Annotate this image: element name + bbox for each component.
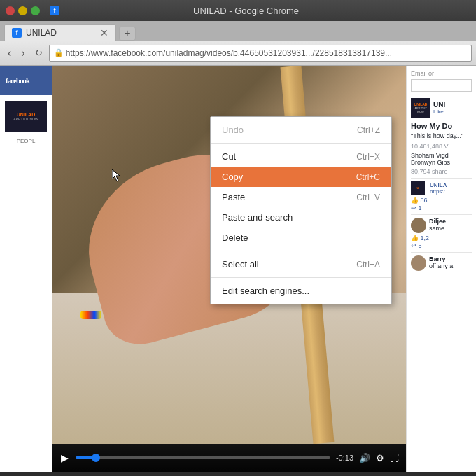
comment2-text: off any a [429, 262, 453, 271]
divider-2 [411, 214, 472, 215]
address-bar[interactable]: 🔒 https://www.facebook.com/uniladmag/vid… [49, 45, 472, 62]
ctx-delete-label: Delete [222, 232, 248, 243]
post-excerpt: "This is how day..." [411, 132, 472, 141]
comment2-name: Barry [429, 255, 453, 262]
share-count: ↩ 1 [411, 204, 472, 211]
comment1-text: same [429, 225, 446, 233]
url-text: https://www.facebook.com/uniladmag/video… [66, 48, 392, 58]
ctx-undo[interactable]: Undo Ctrl+Z [211, 120, 391, 140]
progress-thumb [92, 454, 100, 462]
divider-3 [411, 252, 472, 253]
unilad-link: https:/ [430, 188, 447, 195]
unilad-sidebar-badge: UNILAD APP OUT NOW [5, 101, 47, 132]
comment2-avatar [411, 255, 426, 271]
email-label: Email or [411, 70, 472, 77]
email-input[interactable] [411, 79, 472, 92]
ctx-copy-label: Copy [222, 172, 243, 182]
facebook-logo: facebook [0, 66, 52, 95]
comment1-replies: ↩ 5 [411, 242, 472, 249]
ctx-divider-3 [211, 277, 391, 278]
page-header: UNILADAPP OUT NOW UNI Like [411, 98, 472, 118]
ctx-cut-label: Cut [222, 151, 236, 162]
ctx-select-all-shortcut: Ctrl+A [356, 260, 380, 270]
titlebar-favicon: f [50, 6, 59, 15]
shares: 80,794 share [411, 168, 472, 175]
window-controls [6, 6, 40, 15]
minimize-button[interactable] [18, 6, 27, 15]
ctx-undo-label: Undo [222, 125, 244, 135]
lock-icon: 🔒 [54, 48, 64, 57]
tab-title: UNILAD [26, 28, 57, 38]
fullscreen-icon[interactable]: ⛶ [390, 453, 399, 463]
ctx-select-all-label: Select all [222, 259, 259, 270]
close-button[interactable] [6, 6, 15, 15]
page-name: UNI [433, 101, 445, 108]
unilad-label: UNILAD [13, 112, 38, 117]
navbar: ‹ › ↻ 🔒 https://www.facebook.com/uniladm… [0, 41, 476, 66]
tab-close-button[interactable]: ✕ [100, 27, 108, 38]
ctx-divider-2 [211, 251, 391, 251]
new-tab-button[interactable]: + [119, 27, 136, 41]
reload-button[interactable]: ↻ [31, 46, 46, 59]
ctx-paste[interactable]: Paste Ctrl+V [211, 187, 391, 207]
tab-favicon: f [12, 28, 22, 38]
active-tab[interactable]: f UNILAD ✕ [4, 24, 116, 41]
window-title: UNILAD - Google Chrome [64, 6, 428, 16]
ctx-delete[interactable]: Delete [211, 227, 391, 248]
unilad-name: UNILA [430, 182, 447, 188]
content-area: facebook UNILAD APP OUT NOW PEOPL [0, 66, 476, 472]
ctx-paste-shortcut: Ctrl+V [356, 192, 380, 202]
ctx-edit-search-label: Edit search engines... [222, 286, 309, 296]
people-label: PEOPL [3, 138, 49, 144]
comment2-row: Barry off any a [411, 255, 472, 271]
unilad-comment-row: U UNILA https:/ [411, 181, 472, 195]
ctx-copy[interactable]: Copy Ctrl+C [211, 167, 391, 187]
commenters: Shoham Vigd Bronwyn Gibs [411, 152, 472, 166]
context-menu: Undo Ctrl+Z Cut Ctrl+X Copy Ctrl+C Paste… [210, 116, 392, 304]
post-heading: How My Do [411, 122, 472, 130]
ctx-copy-shortcut: Ctrl+C [356, 172, 380, 182]
ctx-paste-label: Paste [222, 192, 245, 202]
comment1-row: Diljee same [411, 218, 472, 233]
comment1-likes: 👍 1,2 [411, 234, 472, 241]
app-label: APP OUT NOW [13, 117, 38, 121]
back-button[interactable]: ‹ [4, 46, 15, 61]
ctx-cut-shortcut: Ctrl+X [356, 152, 380, 162]
comment1-avatar [411, 218, 426, 233]
like-count: 👍 86 [411, 197, 472, 204]
video-controls: ▶ -0:13 🔊 ⚙ ⛶ [52, 444, 406, 472]
comment1-name: Diljee [429, 218, 446, 225]
tabbar: f UNILAD ✕ + [0, 21, 476, 41]
bracelet-visual [80, 311, 102, 319]
time-display: -0:13 [336, 454, 354, 462]
progress-bar[interactable] [76, 456, 330, 459]
unilad-comment-avatar: U [411, 181, 425, 195]
ctx-paste-search[interactable]: Paste and search [211, 207, 391, 227]
ctx-select-all[interactable]: Select all Ctrl+A [211, 254, 391, 274]
ctx-divider-1 [211, 143, 391, 144]
volume-icon[interactable]: 🔊 [359, 453, 370, 463]
like-label[interactable]: Like [433, 108, 445, 115]
maximize-button[interactable] [31, 6, 40, 15]
ctx-undo-shortcut: Ctrl+Z [357, 125, 380, 135]
ctx-edit-search[interactable]: Edit search engines... [211, 281, 391, 301]
page-avatar: UNILADAPP OUT NOW [411, 98, 430, 118]
fb-right-sidebar: Email or UNILADAPP OUT NOW UNI Like How … [406, 66, 476, 472]
view-count: 10,481,488 V [411, 143, 472, 150]
ctx-paste-search-label: Paste and search [222, 212, 293, 223]
titlebar: f UNILAD - Google Chrome [0, 0, 476, 21]
ctx-cut[interactable]: Cut Ctrl+X [211, 146, 391, 167]
play-button[interactable]: ▶ [59, 451, 70, 465]
settings-icon[interactable]: ⚙ [376, 453, 384, 463]
divider-1 [411, 178, 472, 178]
fb-left-sidebar: facebook UNILAD APP OUT NOW PEOPL [0, 66, 52, 472]
forward-button[interactable]: › [18, 46, 28, 61]
